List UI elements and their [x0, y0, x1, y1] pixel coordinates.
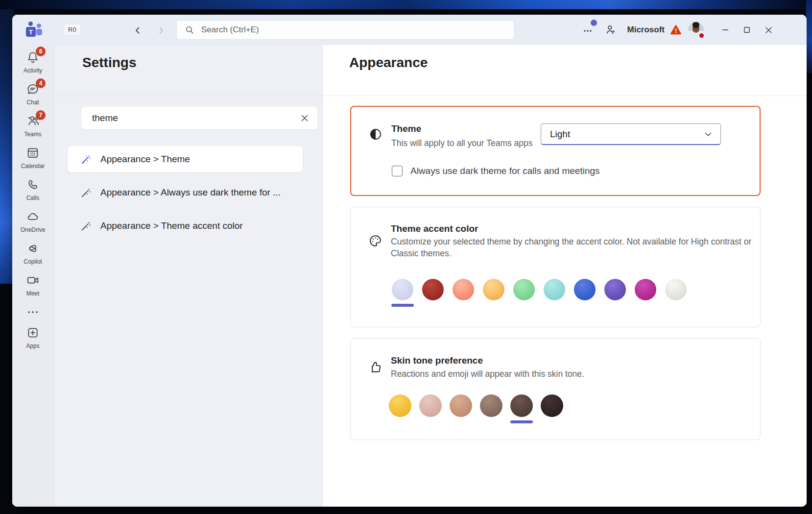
settings-search-input[interactable]: [92, 113, 300, 123]
chevron-left-icon: [133, 26, 142, 35]
page-title: Appearance: [349, 55, 428, 71]
divider: [54, 96, 323, 96]
sidebar-item-calendar[interactable]: Calendar: [15, 146, 50, 170]
palette-icon: [368, 234, 382, 248]
sidebar-item-teams[interactable]: 7 Teams: [15, 114, 50, 138]
sidebar-item-meet[interactable]: Meet: [15, 273, 50, 297]
title-bar: T R0: [12, 15, 807, 45]
skin-tone-label: Skin tone preference: [391, 355, 483, 366]
chevron-right-icon: [157, 26, 166, 35]
skin-swatch-dark[interactable]: [541, 394, 563, 417]
search-input[interactable]: [201, 25, 476, 35]
wand-icon: [80, 187, 92, 198]
ellipsis-icon: [582, 24, 593, 35]
accent-selected-indicator: [391, 304, 414, 307]
back-button[interactable]: [131, 24, 144, 37]
accent-color-card: Theme accent color Customize your select…: [350, 207, 761, 327]
search-result-dark-theme-calls[interactable]: Appearance > Always use dark theme for .…: [68, 179, 303, 206]
app-rail: 6 Activity 4 Chat: [12, 45, 54, 507]
accent-swatch-green[interactable]: [513, 279, 535, 300]
skin-swatch-row: [389, 394, 563, 417]
half-circle-theme-icon: [369, 127, 382, 141]
sidebar-more-button[interactable]: [15, 308, 50, 317]
theme-description: This will apply to all your Teams apps: [391, 137, 533, 149]
account-person-icon: [604, 24, 617, 36]
sidebar-item-copilot[interactable]: Copilot: [15, 241, 50, 265]
skin-swatch-golden[interactable]: [389, 394, 411, 417]
teams-badge: 7: [36, 110, 46, 120]
calendar-icon: [26, 146, 40, 160]
settings-title: Settings: [82, 55, 136, 71]
accent-color-description: Customize your selected theme by changin…: [391, 236, 754, 259]
accent-swatch-peach[interactable]: [453, 279, 474, 300]
sidebar-item-calls[interactable]: Calls: [15, 177, 50, 201]
phone-icon: [26, 178, 40, 192]
skin-swatch-medium-light[interactable]: [450, 394, 472, 417]
accent-swatch-amber[interactable]: [483, 279, 504, 300]
account-status-button[interactable]: [602, 22, 619, 38]
forward-button[interactable]: [155, 24, 167, 37]
minimize-button[interactable]: [715, 20, 736, 40]
settings-search-box[interactable]: [81, 107, 317, 129]
search-icon: [185, 25, 194, 35]
ellipsis-icon: [26, 308, 39, 317]
desktop-wallpaper: [0, 0, 812, 9]
chevron-down-icon: [704, 130, 713, 139]
theme-dropdown[interactable]: Light: [541, 123, 721, 145]
clear-search-icon[interactable]: [300, 113, 310, 123]
accent-swatch-blue[interactable]: [574, 279, 596, 300]
sidebar-item-activity[interactable]: 6 Activity: [15, 50, 50, 74]
accent-swatch-purple[interactable]: [604, 279, 626, 300]
thumbs-up-icon: [368, 360, 382, 374]
sidebar-item-apps[interactable]: Apps: [15, 325, 50, 349]
wand-icon: [80, 154, 92, 165]
skin-swatch-medium-dark[interactable]: [510, 394, 533, 417]
accent-color-label: Theme accent color: [391, 223, 478, 234]
account-name[interactable]: Microsoft: [627, 25, 665, 35]
skin-swatch-light[interactable]: [419, 394, 442, 417]
accent-swatch-lavender[interactable]: [392, 279, 413, 300]
dark-theme-calls-checkbox[interactable]: [392, 166, 403, 176]
accent-swatch-row: [392, 279, 687, 300]
divider: [323, 96, 807, 96]
theme-label: Theme: [391, 123, 421, 134]
sidebar-item-chat[interactable]: 4 Chat: [15, 82, 50, 106]
wand-icon: [80, 220, 92, 232]
teams-logo-icon: T: [26, 23, 42, 37]
skin-swatch-medium[interactable]: [480, 394, 502, 417]
teams-window: T R0: [12, 15, 807, 507]
dark-theme-calls-label: Always use dark theme for calls and meet…: [410, 166, 600, 176]
minimize-icon: [722, 26, 729, 33]
search-result-accent-color[interactable]: Appearance > Theme accent color: [68, 213, 303, 239]
theme-dropdown-value: Light: [550, 129, 570, 140]
skin-tone-description: Reactions and emoji will appear with thi…: [391, 368, 584, 380]
skin-tone-card: Skin tone preference Reactions and emoji…: [350, 338, 761, 440]
close-button[interactable]: [758, 20, 779, 40]
desktop-wallpaper: [0, 0, 13, 284]
ring-badge: R0: [64, 24, 80, 35]
maximize-button[interactable]: [736, 20, 758, 40]
notification-dot: [591, 20, 597, 26]
apps-plus-icon: [26, 326, 40, 340]
cloud-icon: [26, 210, 40, 223]
more-options-button[interactable]: [579, 22, 596, 38]
activity-badge: 6: [36, 47, 46, 56]
video-camera-icon: [26, 273, 40, 287]
global-search-bar[interactable]: [176, 20, 514, 40]
status-busy-dot: [698, 32, 705, 39]
desktop-wallpaper: [806, 0, 812, 73]
accent-swatch-silver[interactable]: [665, 279, 687, 300]
sidebar-item-onedrive[interactable]: OneDrive: [15, 209, 50, 233]
accent-swatch-magenta[interactable]: [635, 279, 656, 300]
avatar[interactable]: [688, 22, 704, 38]
appearance-panel: Appearance Theme This will apply to all …: [323, 45, 807, 507]
copilot-icon: [26, 242, 40, 255]
chat-badge: 4: [36, 78, 46, 88]
accent-swatch-dark-red[interactable]: [422, 279, 444, 300]
skin-selected-indicator: [510, 420, 533, 423]
close-icon: [765, 26, 772, 34]
settings-panel: Settings Appearance > Theme: [54, 45, 323, 507]
accent-swatch-teal[interactable]: [544, 279, 565, 300]
warning-icon[interactable]: [669, 24, 682, 36]
search-result-theme[interactable]: Appearance > Theme: [68, 146, 303, 172]
